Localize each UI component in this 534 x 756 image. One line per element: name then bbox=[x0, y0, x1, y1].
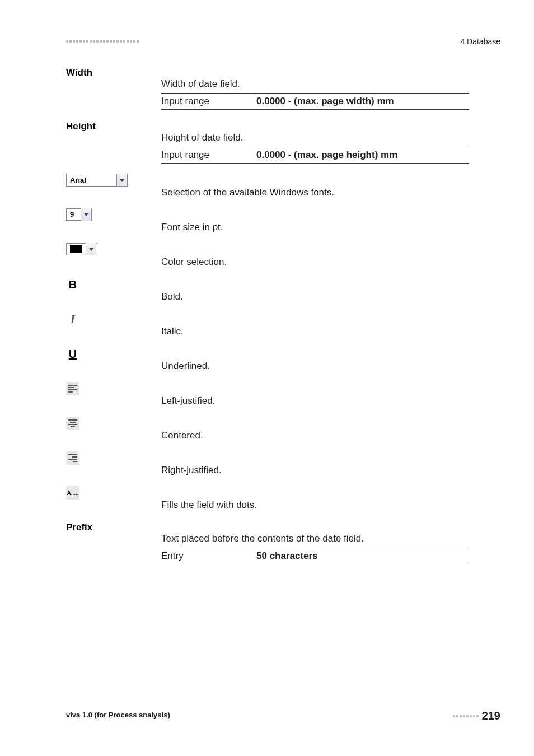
footer-product: viva 1.0 (for Process analysis) bbox=[66, 711, 170, 719]
param-width-range-value: 0.0000 - (max. page width) mm bbox=[256, 96, 394, 107]
font-family-value: Arial bbox=[67, 174, 116, 186]
param-prefix-label: Prefix bbox=[66, 521, 161, 533]
param-fill-dots: A..... Fills the field with dots. bbox=[66, 486, 469, 511]
font-size-dropdown[interactable]: 9 bbox=[66, 208, 92, 221]
param-italic: I Italic. bbox=[66, 312, 469, 337]
param-width: Width Width of date field. Input range 0… bbox=[66, 66, 469, 110]
page-footer: viva 1.0 (for Process analysis) 219 bbox=[66, 710, 500, 722]
param-width-range-label: Input range bbox=[161, 96, 256, 107]
param-underline: U Underlined. bbox=[66, 347, 469, 372]
param-font-desc: Selection of the available Windows fonts… bbox=[161, 187, 469, 198]
param-color: Color selection. bbox=[66, 243, 469, 268]
chevron-down-icon bbox=[116, 174, 127, 186]
font-family-dropdown[interactable]: Arial bbox=[66, 174, 128, 187]
param-prefix-entry: Entry 50 characters bbox=[161, 548, 469, 564]
color-swatch-icon bbox=[70, 245, 82, 253]
align-left-button[interactable] bbox=[66, 382, 79, 395]
chevron-down-icon bbox=[81, 208, 91, 221]
chevron-down-icon bbox=[86, 243, 96, 255]
param-width-desc: Width of date field. bbox=[161, 78, 469, 90]
font-size-value: 9 bbox=[67, 208, 81, 221]
param-height-range-label: Input range bbox=[161, 150, 256, 161]
param-color-desc: Color selection. bbox=[161, 256, 469, 268]
italic-button[interactable]: I bbox=[66, 312, 79, 326]
italic-icon: I bbox=[71, 313, 75, 326]
page-header: 4 Database bbox=[66, 37, 500, 46]
page: 4 Database Width Width of date field. In… bbox=[0, 0, 534, 756]
param-bold: B Bold. bbox=[66, 278, 469, 302]
param-bold-desc: Bold. bbox=[161, 291, 469, 302]
param-prefix-entry-value: 50 characters bbox=[256, 550, 318, 562]
param-prefix-entry-label: Entry bbox=[161, 550, 256, 562]
fill-dots-button[interactable]: A..... bbox=[66, 486, 79, 500]
param-font: Arial Selection of the available Windows… bbox=[66, 174, 469, 198]
header-ornament bbox=[66, 40, 139, 43]
param-height-desc: Height of date field. bbox=[161, 132, 469, 143]
font-color-dropdown[interactable] bbox=[66, 243, 97, 255]
align-right-icon bbox=[68, 454, 77, 462]
param-width-label: Width bbox=[66, 66, 161, 78]
fill-dots-icon: A..... bbox=[67, 490, 78, 496]
bold-button[interactable]: B bbox=[66, 278, 79, 291]
param-height-range: Input range 0.0000 - (max. page height) … bbox=[161, 147, 469, 164]
param-font-size: 9 Font size in pt. bbox=[66, 208, 469, 233]
param-prefix: Prefix Text placed before the contents o… bbox=[66, 521, 469, 564]
param-align-left: Left-justified. bbox=[66, 382, 469, 407]
param-align-center-desc: Centered. bbox=[161, 430, 469, 441]
param-italic-desc: Italic. bbox=[161, 326, 469, 337]
param-fill-dots-desc: Fills the field with dots. bbox=[161, 500, 469, 511]
param-align-right-desc: Right-justified. bbox=[161, 465, 469, 476]
param-height-label: Height bbox=[66, 120, 161, 132]
param-align-left-desc: Left-justified. bbox=[161, 395, 469, 407]
content: Width Width of date field. Input range 0… bbox=[66, 66, 469, 575]
align-left-icon bbox=[68, 385, 77, 393]
param-align-right: Right-justified. bbox=[66, 451, 469, 476]
align-right-button[interactable] bbox=[66, 451, 79, 465]
align-center-icon bbox=[68, 419, 77, 427]
section-title: 4 Database bbox=[460, 37, 500, 46]
underline-icon: U bbox=[69, 348, 77, 361]
param-align-center: Centered. bbox=[66, 417, 469, 441]
param-height: Height Height of date field. Input range… bbox=[66, 120, 469, 164]
footer-page-number: 219 bbox=[482, 710, 500, 722]
param-height-range-value: 0.0000 - (max. page height) mm bbox=[256, 150, 397, 161]
bold-icon: B bbox=[69, 278, 77, 291]
underline-button[interactable]: U bbox=[66, 347, 79, 361]
align-center-button[interactable] bbox=[66, 417, 79, 430]
param-font-size-desc: Font size in pt. bbox=[161, 222, 469, 233]
footer-ornament bbox=[453, 715, 479, 717]
param-width-range: Input range 0.0000 - (max. page width) m… bbox=[161, 93, 469, 110]
param-prefix-desc: Text placed before the contents of the d… bbox=[161, 533, 469, 544]
param-underline-desc: Underlined. bbox=[161, 361, 469, 372]
